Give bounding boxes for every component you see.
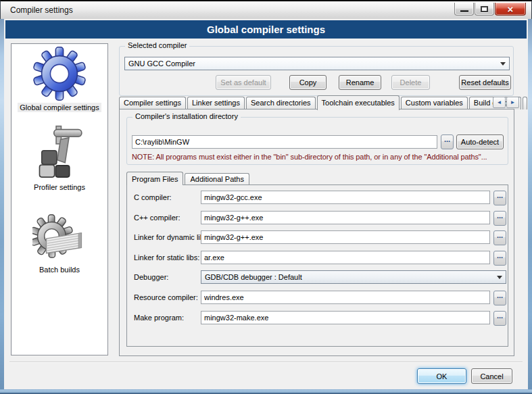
toolchain-row: C++ compiler: ...: [127, 211, 508, 226]
browse-linker-dynamic-button[interactable]: ...: [493, 230, 506, 245]
field-label: C++ compiler:: [134, 214, 180, 222]
resource-compiler-input[interactable]: [201, 291, 490, 304]
browse-c-compiler-button[interactable]: ...: [493, 191, 506, 205]
footer-divider: [9, 362, 523, 363]
dialog-client-area: Global compiler settings: [4, 19, 528, 389]
toolchain-row: Resource compiler: ...: [127, 291, 508, 305]
field-label: Linker for static libs:: [134, 253, 199, 262]
toolchain-row: C compiler: ...: [127, 191, 508, 205]
minimize-icon: [460, 10, 468, 12]
cpp-compiler-input[interactable]: [201, 211, 490, 224]
restore-icon: [481, 6, 488, 12]
profiler-caliper-icon: [31, 125, 88, 180]
field-label: Debugger:: [134, 273, 168, 281]
field-label: Make program:: [134, 314, 184, 322]
tab-partial[interactable]: [523, 97, 527, 109]
subtab-program-files[interactable]: Program Files: [126, 172, 183, 185]
programs-subtab-strip: Program Files Additional Paths: [126, 171, 251, 184]
tab-scroll-right-button[interactable]: ►: [506, 97, 519, 108]
installation-directory-input[interactable]: [132, 135, 437, 149]
debugger-select-value: GDB/CDB debugger : Default: [205, 273, 302, 281]
tab-compiler-settings[interactable]: Compiler settings: [119, 97, 186, 109]
sidebar-item-profiler-settings[interactable]: Profiler settings: [11, 125, 107, 193]
browse-directory-button[interactable]: ...: [441, 134, 454, 149]
c-compiler-input[interactable]: [201, 191, 490, 204]
field-label: Linker for dynamic libs:: [134, 233, 210, 241]
linker-static-input[interactable]: [201, 251, 490, 264]
minimize-button[interactable]: [454, 3, 474, 16]
set-as-default-button[interactable]: Set as default: [216, 75, 271, 90]
toolchain-executables-panel: Compiler's installation directory ... Au…: [119, 109, 514, 356]
copy-button[interactable]: Copy: [289, 75, 327, 90]
sidebar-item-label: Profiler settings: [32, 182, 87, 192]
sidebar-item-batch-builds[interactable]: Batch builds: [11, 214, 107, 275]
tab-custom-variables[interactable]: Custom variables: [401, 97, 468, 109]
ok-button[interactable]: OK: [417, 368, 466, 384]
field-label: C compiler:: [134, 193, 172, 201]
close-icon: ×: [508, 3, 514, 15]
make-program-input[interactable]: [201, 311, 490, 324]
reset-defaults-button[interactable]: Reset defaults: [459, 75, 511, 90]
close-button[interactable]: ×: [495, 3, 526, 16]
tab-scroll-left-button[interactable]: ◄: [493, 97, 506, 108]
arrow-left-icon: ◄: [497, 99, 502, 105]
delete-button[interactable]: Delete: [391, 75, 430, 90]
selected-compiler-group-label: Selected compiler: [125, 41, 189, 49]
chevron-down-icon: [500, 62, 506, 66]
window-border-bottom: [0, 389, 532, 394]
field-label: Resource compiler:: [134, 293, 198, 301]
installation-directory-group: Compiler's installation directory ... Au…: [126, 117, 508, 165]
arrow-right-icon: ►: [510, 99, 516, 105]
subtab-additional-paths[interactable]: Additional Paths: [185, 173, 249, 184]
window-controls: ×: [454, 3, 526, 16]
linker-dynamic-input[interactable]: [201, 230, 490, 244]
browse-resource-compiler-button[interactable]: ...: [493, 291, 506, 305]
window-border-right: [528, 19, 532, 389]
browse-make-program-button[interactable]: ...: [493, 311, 506, 326]
toolchain-row: Linker for static libs: ...: [127, 251, 508, 266]
compiler-select[interactable]: GNU GCC Compiler: [124, 57, 510, 70]
toolchain-row: Linker for dynamic libs: ...: [127, 230, 508, 245]
rename-button[interactable]: Rename: [339, 75, 381, 90]
browse-cpp-compiler-button[interactable]: ...: [493, 211, 506, 226]
program-files-panel: C compiler: ... C++ compiler: ... Linker…: [126, 184, 508, 347]
sidebar-item-label: Global compiler settings: [18, 103, 101, 112]
settings-tab-strip: Compiler settings Linker settings Search…: [119, 95, 529, 109]
toolchain-row: Debugger: GDB/CDB debugger : Default: [127, 270, 508, 285]
chevron-down-icon: [497, 276, 502, 279]
window-title: Compiler settings: [10, 5, 73, 15]
tab-toolchain-executables[interactable]: Toolchain executables: [317, 95, 400, 110]
sidebar-item-global-compiler-settings[interactable]: Global compiler settings: [11, 47, 107, 113]
toolchain-row: Make program: ...: [127, 311, 508, 326]
compiler-settings-dialog: Compiler settings × Global compiler sett…: [0, 0, 532, 394]
auto-detect-button[interactable]: Auto-detect: [456, 134, 504, 149]
browse-linker-static-button[interactable]: ...: [493, 251, 506, 266]
global-compiler-gear-icon: [32, 47, 87, 101]
installation-directory-group-label: Compiler's installation directory: [132, 112, 241, 120]
batch-builds-gear-icon: [32, 214, 87, 263]
cancel-button[interactable]: Cancel: [471, 368, 512, 384]
compiler-select-value: GNU GCC Compiler: [128, 59, 195, 68]
tab-search-directories[interactable]: Search directories: [246, 97, 316, 109]
restore-button[interactable]: [475, 3, 494, 16]
selected-compiler-group: Selected compiler GNU GCC Compiler Set a…: [119, 46, 514, 96]
page-title: Global compiler settings: [5, 20, 527, 39]
installation-note: NOTE: All programs must exist either in …: [132, 153, 487, 161]
settings-category-list: Global compiler settings Profi: [11, 43, 108, 355]
debugger-select[interactable]: GDB/CDB debugger : Default: [201, 270, 506, 284]
tab-linker-settings[interactable]: Linker settings: [187, 97, 245, 109]
sidebar-item-label: Batch builds: [37, 265, 82, 274]
title-bar[interactable]: Compiler settings ×: [0, 0, 532, 19]
